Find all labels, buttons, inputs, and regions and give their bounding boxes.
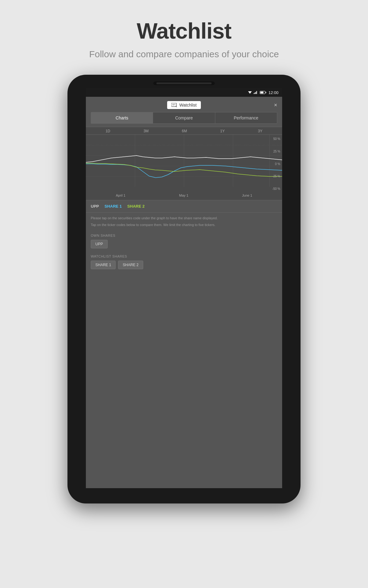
x-label-may: May 1 (179, 194, 188, 197)
signal-icon (254, 91, 258, 94)
y-label-n50: -50 % (272, 187, 280, 190)
chip-upp[interactable]: UPP (91, 240, 108, 248)
page-subtitle: Follow and compare companies of your cho… (89, 49, 279, 59)
app-header: Watchlist × (86, 97, 282, 112)
own-shares-label: OWN SHARES (91, 234, 277, 237)
status-bar: 12:00 (86, 88, 282, 97)
chip-share1[interactable]: SHARE 1 (91, 261, 116, 269)
own-shares-chips: UPP (91, 240, 277, 248)
watchlist-badge-icon (171, 103, 177, 107)
status-time: 12:00 (268, 90, 278, 95)
device: 12:00 Watchlist × Charts Compare Perform… (67, 75, 301, 503)
legend-item-share1[interactable]: SHARE 1 (105, 204, 122, 209)
page-header: Watchlist Follow and compare companies o… (89, 0, 279, 69)
info-text: Please tap on the securities code under … (86, 213, 282, 231)
status-icons: 12:00 (248, 90, 278, 95)
close-button[interactable]: × (274, 102, 277, 108)
own-shares-section: OWN SHARES UPP (86, 231, 282, 251)
x-axis-labels: April 1 May 1 June 1 (86, 193, 282, 198)
speaker (153, 81, 215, 85)
watchlist-chips: SHARE 1 SHARE 2 (91, 261, 277, 269)
x-label-june: June 1 (242, 194, 252, 197)
legend-item-upp[interactable]: UPP (91, 204, 99, 209)
y-label-50p: 50 % (272, 137, 280, 141)
time-axis: 1D 3M 6M 1Y 3Y (86, 127, 282, 135)
tab-performance[interactable]: Performance (215, 112, 277, 123)
tab-bar: Charts Compare Performance (91, 112, 277, 124)
y-label-n25: -25 % (272, 175, 280, 178)
app-screen: Watchlist × Charts Compare Performance 1… (86, 97, 282, 488)
time-label-3m: 3M (144, 129, 149, 133)
watchlist-shares-label: WATCHLIST SHARES (91, 254, 277, 258)
time-label-1y: 1Y (220, 129, 225, 133)
watchlist-badge: Watchlist (167, 101, 201, 109)
chart-canvas: 50 % 25 % 0 % -25 % -50 % (86, 135, 282, 193)
tab-charts[interactable]: Charts (91, 112, 153, 123)
watchlist-shares-section: WATCHLIST SHARES SHARE 1 SHARE 2 (86, 251, 282, 272)
time-label-3y: 3Y (258, 129, 263, 133)
time-label-6m: 6M (182, 129, 187, 133)
page-title: Watchlist (89, 18, 279, 43)
svg-marker-0 (248, 91, 252, 94)
legend-item-share2[interactable]: SHARE 2 (127, 204, 144, 209)
tab-compare[interactable]: Compare (153, 112, 215, 123)
info-line-1: Please tap on the securities code under … (91, 216, 277, 221)
time-label-1d: 1D (105, 129, 110, 133)
chart-legend: UPP SHARE 1 SHARE 2 (86, 200, 282, 213)
wifi-icon (248, 91, 252, 94)
y-label-25p: 25 % (272, 150, 280, 153)
battery-icon (260, 91, 265, 94)
y-axis-labels: 50 % 25 % 0 % -25 % -50 % (272, 135, 280, 193)
chart-svg (86, 135, 282, 187)
x-label-april: April 1 (116, 194, 125, 197)
watchlist-title: Watchlist (179, 103, 197, 107)
chip-share2[interactable]: SHARE 2 (118, 261, 143, 269)
info-line-2: Tap on the ticker codes below to compare… (91, 222, 277, 228)
chart-area: 1D 3M 6M 1Y 3Y (86, 127, 282, 200)
svg-rect-1 (171, 103, 176, 107)
y-label-0: 0 % (272, 162, 280, 166)
